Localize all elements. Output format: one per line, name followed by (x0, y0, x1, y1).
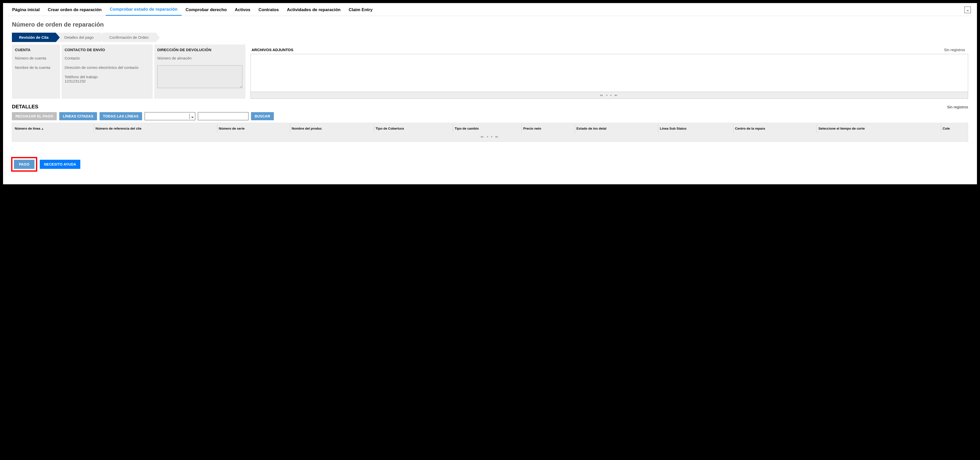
nav-actividades[interactable]: Actividades de reparación (283, 4, 345, 16)
info-panels: CUENTA Número de cuenta Nombre de la cue… (12, 44, 968, 99)
table-header-row: Número de línea ▲ Número de referencia d… (13, 124, 967, 133)
bottom-buttons: PAGO NECESITO AYUDA (11, 157, 977, 172)
archivos-pager[interactable]: ⏮ ◀ ▶ ⏭ (250, 92, 968, 99)
contacto-label: Contacto (65, 56, 150, 60)
detalles-header-row: DETALLES Sin registros (12, 104, 968, 109)
todas-lineas-button[interactable]: TODAS LAS LÍNEAS (100, 112, 142, 120)
step-confirmacion-orden[interactable]: Confirmación de Orden (102, 33, 156, 42)
col-precio-neto[interactable]: Precio neto (522, 124, 575, 133)
contacto-telefono: Teléfono del trabajo 1231231232 (65, 75, 150, 83)
col-numero-linea-label: Número de línea (15, 127, 40, 130)
col-linea-sub-status[interactable]: Línea Sub Status (658, 124, 733, 133)
detalles-table-wrap: Número de línea ▲ Número de referencia d… (12, 123, 968, 142)
col-tiempo-corte[interactable]: Seleccione el tiempo de corte (817, 124, 941, 133)
chevron-down-icon: ⌄ (191, 114, 194, 119)
detalles-hint: Sin registros (947, 105, 968, 109)
nav-comprobar-estado[interactable]: Comprobar estado de reparación (106, 4, 181, 16)
select-divider (189, 114, 190, 119)
nav-activos[interactable]: Activos (231, 4, 254, 16)
step-revision-cita[interactable]: Revisión de Cita (12, 33, 56, 42)
filter-input[interactable] (198, 112, 248, 120)
col-nombre-producto[interactable]: Nombre del produc (290, 124, 374, 133)
detalles-table: Número de línea ▲ Número de referencia d… (13, 124, 967, 133)
contacto-telefono-value: 1231231232 (65, 79, 150, 83)
pager-icons: ⏮ ◀ ▶ ⏭ (480, 135, 499, 138)
contacto-email-label: Dirección de correo electrónico del cont… (65, 65, 150, 70)
nav-comprobar-derecho[interactable]: Comprobar derecho (181, 4, 231, 16)
pago-button[interactable]: PAGO (14, 160, 35, 169)
lineas-citadas-button[interactable]: LÍNEAS CITADAS (59, 112, 97, 120)
panel-cuenta-header: CUENTA (12, 44, 60, 54)
archivos-list (250, 54, 968, 92)
archivos-header: ARCHIVOS ADJUNTOS (251, 48, 293, 52)
step-detalles-pago[interactable]: Detalles del pago (57, 33, 101, 42)
necesito-ayuda-button[interactable]: NECESITO AYUDA (40, 160, 80, 169)
detalles-title: DETALLES (12, 104, 38, 109)
panel-cuenta: CUENTA Número de cuenta Nombre de la cue… (12, 44, 60, 99)
detalles-table-pager[interactable]: ⏮ ◀ ▶ ⏭ (13, 133, 967, 141)
nav-crear-orden[interactable]: Crear orden de reparación (44, 4, 106, 16)
pago-highlight: PAGO (11, 157, 37, 172)
col-numero-serie[interactable]: Número de serie (217, 124, 290, 133)
chevron-down-icon: ⌄ (966, 7, 969, 12)
pager-icons: ⏮ ◀ ▶ ⏭ (600, 94, 619, 97)
rechazar-pago-button[interactable]: RECHAZAR EL PAGO (12, 112, 57, 120)
cuenta-nombre-label: Nombre de la cuenta (15, 65, 57, 70)
panel-direccion-header: DIRECCIÓN DE DEVOLUCIÓN (154, 44, 245, 54)
col-tipo-cambio[interactable]: Tipo de cambio (453, 124, 522, 133)
panel-contacto: CONTACTO DE ENVÍO Contacto Dirección de … (62, 44, 153, 99)
nav-claim-entry[interactable]: Claim Entry (344, 4, 376, 16)
nav-overflow-dropdown[interactable]: ⌄ (964, 6, 971, 13)
direccion-almacen-label: Número de almacén (157, 56, 242, 60)
filter-select[interactable]: ⌄ (145, 112, 195, 120)
col-tipo-cobertura[interactable]: Tipo de Cobertura (374, 124, 453, 133)
col-centro-reparacion[interactable]: Centro de la repara (733, 124, 817, 133)
col-estado-detalles[interactable]: Estado de los detal (575, 124, 658, 133)
sort-asc-icon: ▲ (41, 127, 44, 130)
nav-contratos[interactable]: Contratos (254, 4, 283, 16)
buscar-button[interactable]: BUSCAR (251, 112, 274, 120)
panel-archivos: ARCHIVOS ADJUNTOS Sin registros ⏮ ◀ ▶ ⏭ (250, 44, 968, 99)
contacto-telefono-label: Teléfono del trabajo (65, 75, 150, 79)
col-referencia-cliente[interactable]: Número de referencia del clie (94, 124, 217, 133)
nav-pagina-inicial[interactable]: Página inicial (8, 4, 44, 16)
panel-direccion: DIRECCIÓN DE DEVOLUCIÓN Número de almacé… (154, 44, 245, 99)
col-cole[interactable]: Cole (941, 124, 967, 133)
page-title: Número de orden de reparación (12, 21, 977, 28)
panel-contacto-header: CONTACTO DE ENVÍO (62, 44, 153, 54)
col-numero-linea[interactable]: Número de línea ▲ (13, 124, 94, 133)
filter-row: RECHAZAR EL PAGO LÍNEAS CITADAS TODAS LA… (12, 112, 968, 120)
cuenta-numero-label: Número de cuenta (15, 56, 57, 60)
direccion-textarea[interactable] (157, 65, 242, 88)
top-nav: Página inicial Crear orden de reparación… (8, 3, 972, 16)
progress-steps: Revisión de Cita Detalles del pago Confi… (12, 33, 977, 42)
archivos-hint: Sin registros (944, 48, 965, 52)
app-window: Página inicial Crear orden de reparación… (3, 3, 977, 185)
